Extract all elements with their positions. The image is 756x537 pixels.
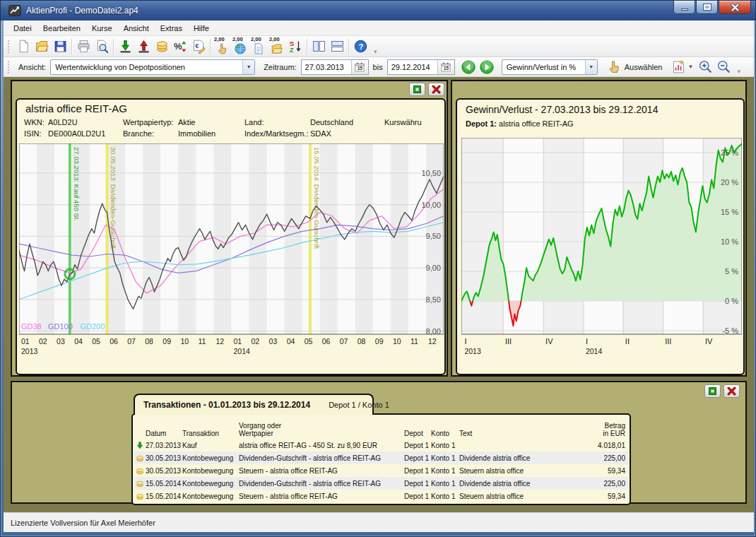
cell-betrag: 225,00 <box>545 480 628 488</box>
zoom-out-button[interactable] <box>714 58 733 76</box>
manual-kurs-entry-button[interactable]: 2,00 <box>213 37 231 56</box>
auswaehlen-hand-icon[interactable] <box>605 58 623 76</box>
kurs-chart[interactable]: 27.03.2013: Kauf 450 St.30.05.2013: Divi… <box>19 143 444 357</box>
toolbar-overflow-icon[interactable]: ▾ <box>374 48 377 57</box>
kurs-value-badge: 2,00 <box>251 37 261 42</box>
transaction-row[interactable]: 30.05.2013KontobewegungSteuern - alstria… <box>134 464 628 477</box>
transaction-row[interactable]: 30.05.2013KontobewegungDividenden-Gutsch… <box>134 452 628 464</box>
chevron-down-icon[interactable]: ▼ <box>585 60 597 74</box>
cell-datum: 30.05.2013 <box>146 467 182 475</box>
calendar-icon[interactable]: 15 <box>437 60 454 74</box>
period-forward-button[interactable] <box>479 59 495 75</box>
view-toolbar: Ansicht: Wertentwicklung von Depotpositi… <box>4 57 754 77</box>
calendar-icon[interactable]: 15 <box>351 60 368 74</box>
close-button[interactable] <box>719 1 751 14</box>
transaction-row[interactable]: 15.05.2014KontobewegungDividenden-Gutsch… <box>134 477 628 490</box>
chart-template-button[interactable] <box>670 58 688 76</box>
menu-item-bearbeiten[interactable]: Bearbeiten <box>37 22 86 35</box>
column-header-text[interactable]: Text <box>459 430 545 437</box>
online-kurse-button[interactable]: 2,00 <box>231 37 249 56</box>
menu-item-kurse[interactable]: Kurse <box>86 22 118 35</box>
column-header-depot[interactable]: Depot <box>404 430 431 437</box>
application-window: AktienProfi - DemoDatei2.ap4 DateiBearbe… <box>0 0 756 537</box>
date-from-field[interactable]: 27.03.2013 15 <box>301 59 369 75</box>
percent-change-button[interactable]: % <box>171 37 189 56</box>
stock-info-label: WKN: <box>24 118 45 126</box>
restore-icon <box>708 386 717 396</box>
new-document-button[interactable] <box>14 37 33 56</box>
kurse-coins-button[interactable] <box>153 37 171 56</box>
toolbar-overflow-icon[interactable]: ▾ <box>737 68 740 76</box>
minimize-button[interactable] <box>673 1 695 14</box>
toolbar-separator <box>71 39 72 54</box>
menu-item-extras[interactable]: Extras <box>155 22 188 35</box>
zoom-in-button[interactable] <box>696 58 714 76</box>
maximize-button[interactable] <box>696 1 718 14</box>
cell-vorgang: Steuern - alstria office REIT-AG <box>239 467 404 475</box>
gv-depot-label: Depot 1: <box>466 119 497 128</box>
cell-datum: 15.05.2014 <box>146 492 182 500</box>
help-button[interactable]: ? <box>351 37 370 56</box>
sort-kurse-button[interactable]: SZ <box>286 37 305 56</box>
cash-coins-icon <box>134 465 146 477</box>
panel-restore-button[interactable] <box>704 384 721 398</box>
toolbar-grip[interactable] <box>8 40 11 53</box>
svg-text:04: 04 <box>74 337 83 346</box>
svg-text:10,00: 10,00 <box>421 201 441 209</box>
euro-entry-button[interactable]: € <box>189 37 208 56</box>
cell-datum: 30.05.2013 <box>146 454 182 462</box>
menu-item-datei[interactable]: Datei <box>8 22 37 35</box>
transaction-row[interactable]: 15.05.2014KontobewegungSteuern - alstria… <box>134 490 628 502</box>
svg-text:06: 06 <box>322 337 331 346</box>
chevron-down-icon[interactable]: ▼ <box>688 64 694 70</box>
period-back-button[interactable] <box>461 59 476 75</box>
kurse-folder-button[interactable]: 2,00 <box>268 37 286 56</box>
layout-vertical-icon <box>312 39 326 54</box>
date-to-field[interactable]: 29.12.2014 15 <box>387 59 455 75</box>
view-select[interactable]: Wertentwicklung von Depotpositionen ▼ <box>50 59 255 75</box>
column-header-konto[interactable]: Konto <box>431 430 459 437</box>
panel-close-button[interactable] <box>723 384 740 398</box>
cell-text: Dividende alstria office <box>459 454 545 462</box>
import-data-button[interactable] <box>116 37 134 56</box>
svg-text:Z: Z <box>289 46 293 54</box>
export-data-button[interactable] <box>134 37 153 56</box>
title-bar[interactable]: AktienProfi - DemoDatei2.ap4 <box>1 1 755 20</box>
open-file-button[interactable] <box>33 37 51 56</box>
transactions-tab[interactable]: Transaktionen - 01.01.2013 bis 29.12.201… <box>134 394 374 415</box>
toolbar-grip[interactable] <box>8 61 11 73</box>
transaction-row[interactable]: 27.03.2013Kaufalstria office REIT-AG - 4… <box>134 439 628 452</box>
stock-info-value: Deutschland <box>310 118 353 126</box>
svg-text:I: I <box>464 337 466 346</box>
print-preview-button[interactable] <box>93 37 111 56</box>
kurse-document-button[interactable]: 2,00 <box>249 37 268 56</box>
cell-transaktion: Kontobewegung <box>182 492 239 500</box>
svg-text:2013: 2013 <box>21 347 38 355</box>
column-header-transaktion[interactable]: Transaktion <box>182 430 239 437</box>
svg-text:27.03.2013: Kauf 450 St.: 27.03.2013: Kauf 450 St. <box>73 147 81 221</box>
print-button[interactable] <box>74 37 93 56</box>
gewinn-verlust-chart[interactable]: -5 %0 %5 %10 %15 %20 %25 %IIIIIVIIIIIIIV… <box>461 138 742 357</box>
svg-text:11: 11 <box>411 337 418 346</box>
euro-entry-icon: € <box>191 39 206 54</box>
display-mode-select[interactable]: Gewinn/Verlust in % ▼ <box>502 59 598 75</box>
column-header-in eur[interactable]: Betragin EUR <box>545 422 628 437</box>
column-header-datum[interactable]: Datum <box>146 430 182 437</box>
kurse-folder-icon <box>271 42 283 55</box>
stock-info-label: ISIN: <box>24 129 41 138</box>
cell-betrag: 225,00 <box>545 454 628 462</box>
menu-item-hilfe[interactable]: Hilfe <box>188 22 215 35</box>
layout-vertical-button[interactable] <box>309 37 328 56</box>
auswaehlen-label[interactable]: Auswählen <box>625 63 663 71</box>
cash-coins-icon <box>136 466 144 476</box>
column-header-wertpapier[interactable]: Vorgang oderWertpapier <box>239 422 404 437</box>
panel-restore-button[interactable] <box>409 83 425 96</box>
layout-horizontal-button[interactable] <box>328 37 346 56</box>
menu-item-ansicht[interactable]: Ansicht <box>118 22 155 35</box>
save-file-button[interactable] <box>51 37 69 56</box>
cell-depot: Depot 1 <box>404 492 431 500</box>
svg-text:02: 02 <box>39 337 47 346</box>
panel-close-button[interactable] <box>428 83 444 96</box>
svg-text:12: 12 <box>215 337 224 346</box>
chevron-down-icon[interactable]: ▼ <box>242 60 254 74</box>
